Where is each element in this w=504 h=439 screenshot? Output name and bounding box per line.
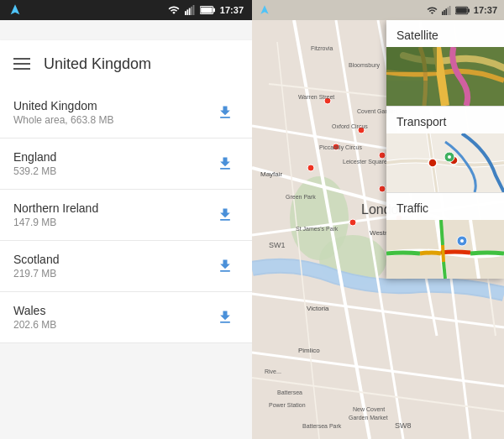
svg-text:Fitzrovia: Fitzrovia <box>311 45 333 51</box>
region-info: Northern Ireland 147.9 MB <box>13 201 98 228</box>
svg-text:Piccadilly Circus: Piccadilly Circus <box>319 144 362 151</box>
svg-text:Battersea Park: Battersea Park <box>302 423 342 429</box>
left-panel: 17:37 United Kingdom United Kingdom Whol… <box>0 0 252 439</box>
region-name: Northern Ireland <box>13 201 98 215</box>
svg-rect-9 <box>444 9 445 14</box>
download-icon <box>217 258 234 274</box>
svg-rect-0 <box>185 11 186 15</box>
layer-menu: Satellite Transport <box>386 20 504 279</box>
svg-text:Warren Street: Warren Street <box>298 94 334 100</box>
svg-rect-8 <box>442 11 444 14</box>
svg-text:Bloomsbury: Bloomsbury <box>349 62 380 69</box>
transport-thumbnail <box>386 133 504 192</box>
traffic-thumbnail <box>386 220 504 279</box>
region-size: 539.2 MB <box>13 165 56 177</box>
svg-rect-10 <box>445 8 447 15</box>
svg-rect-11 <box>447 7 449 14</box>
svg-text:Victoria: Victoria <box>307 305 329 312</box>
region-name: England <box>13 150 56 164</box>
svg-text:Oxford Circus: Oxford Circus <box>332 123 368 129</box>
svg-text:SW1: SW1 <box>269 241 286 249</box>
svg-text:Battersea: Battersea <box>277 389 302 395</box>
list-item[interactable]: United Kingdom Whole area, 663.8 MB <box>0 87 252 138</box>
status-time-left: 17:37 <box>220 5 244 15</box>
svg-text:Rive...: Rive... <box>265 368 281 374</box>
wifi-icon-right <box>427 5 438 16</box>
region-size: 147.9 MB <box>13 217 98 228</box>
svg-rect-65 <box>386 81 428 106</box>
hamburger-menu[interactable] <box>13 58 30 70</box>
download-button[interactable] <box>212 99 239 126</box>
battery-icon <box>200 5 215 15</box>
download-button[interactable] <box>212 304 239 331</box>
svg-text:Pimlico: Pimlico <box>298 347 320 354</box>
wifi-icon <box>168 4 180 16</box>
layer-traffic-label: Traffic <box>386 193 504 220</box>
svg-text:Power Station: Power Station <box>269 402 306 408</box>
layer-item-traffic[interactable]: Traffic <box>386 193 504 279</box>
region-size: 202.6 MB <box>13 319 56 331</box>
svg-point-72 <box>448 155 451 159</box>
svg-rect-64 <box>386 47 437 72</box>
download-button[interactable] <box>212 150 239 177</box>
battery-icon-right <box>455 6 470 15</box>
signal-icon-right <box>442 5 451 16</box>
region-name: United Kingdom <box>13 99 113 112</box>
svg-rect-7 <box>201 8 213 13</box>
svg-point-69 <box>428 159 437 167</box>
svg-text:Leicester Square: Leicester Square <box>343 159 387 165</box>
download-button[interactable] <box>212 253 239 280</box>
svg-line-77 <box>443 245 444 262</box>
region-info: United Kingdom Whole area, 663.8 MB <box>13 99 113 126</box>
svg-text:Mayfair: Mayfair <box>260 170 283 178</box>
list-item[interactable]: England 539.2 MB <box>0 138 252 190</box>
region-size: Whole area, 663.8 MB <box>13 114 113 126</box>
svg-point-36 <box>307 165 314 171</box>
svg-rect-4 <box>192 5 194 15</box>
region-info: Scotland 219.7 MB <box>13 253 59 280</box>
download-icon <box>217 206 234 223</box>
region-name: Scotland <box>13 253 59 266</box>
layer-item-satellite[interactable]: Satellite <box>386 20 504 107</box>
svg-text:SW8: SW8 <box>395 421 412 430</box>
svg-text:Green Park: Green Park <box>286 194 316 200</box>
satellite-thumbnail <box>386 47 504 106</box>
layer-item-transport[interactable]: Transport <box>386 107 504 193</box>
download-button[interactable] <box>212 201 239 228</box>
download-icon <box>217 309 234 326</box>
svg-rect-14 <box>468 8 470 12</box>
region-list: United Kingdom Whole area, 663.8 MB Engl… <box>0 87 252 439</box>
layer-satellite-label: Satellite <box>386 20 504 47</box>
svg-rect-15 <box>456 8 467 13</box>
nav-arrow-icon-right <box>259 4 270 16</box>
svg-point-37 <box>379 186 386 192</box>
svg-rect-1 <box>186 9 188 15</box>
region-size: 219.7 MB <box>13 268 59 280</box>
svg-rect-12 <box>449 6 451 15</box>
right-panel: 17:37 <box>252 0 504 439</box>
svg-rect-3 <box>191 7 192 15</box>
svg-text:Garden Market: Garden Market <box>349 415 388 421</box>
svg-line-78 <box>444 262 445 279</box>
region-name: Wales <box>13 304 56 317</box>
svg-rect-2 <box>189 8 191 15</box>
download-icon <box>217 104 234 121</box>
status-time-right: 17:37 <box>474 5 497 15</box>
region-info: England 539.2 MB <box>13 150 56 177</box>
region-info: Wales 202.6 MB <box>13 304 56 331</box>
list-item[interactable]: Wales 202.6 MB <box>0 292 252 343</box>
svg-point-34 <box>379 152 386 159</box>
nav-arrow-icon <box>8 3 22 17</box>
list-item[interactable]: Northern Ireland 147.9 MB <box>0 190 252 241</box>
left-header: United Kingdom <box>0 40 252 87</box>
signal-icon <box>185 4 195 16</box>
list-item[interactable]: Scotland 219.7 MB <box>0 241 252 292</box>
svg-text:New Covent: New Covent <box>353 406 385 412</box>
layer-transport-label: Transport <box>386 107 504 133</box>
page-title: United Kingdom <box>44 55 151 73</box>
svg-rect-6 <box>213 8 215 13</box>
svg-point-80 <box>460 239 464 243</box>
svg-point-38 <box>349 219 356 226</box>
download-icon <box>217 155 234 172</box>
svg-text:St James's Park: St James's Park <box>296 226 339 232</box>
